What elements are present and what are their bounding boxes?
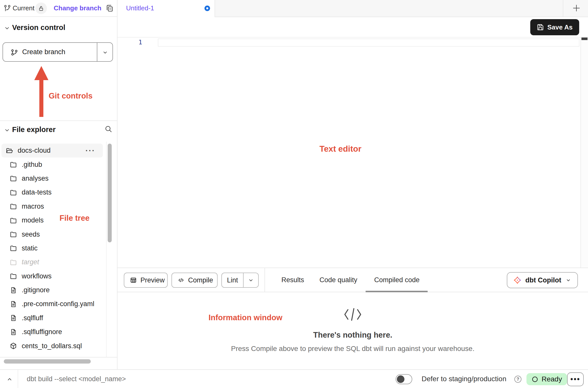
status-circle-icon	[532, 376, 538, 383]
tab-results[interactable]: Results	[281, 268, 303, 292]
search-icon[interactable]	[105, 125, 112, 133]
line-number: 1	[128, 39, 142, 46]
compile-button[interactable]: Compile	[171, 273, 218, 288]
folder-icon	[10, 217, 17, 224]
version-control-title: Version control	[12, 23, 65, 32]
command-input[interactable]	[27, 370, 168, 388]
annotation-file-tree: File tree	[60, 214, 90, 223]
sidebar: Current Change branch Version control Cr…	[0, 0, 117, 369]
tree-item-docs-cloud[interactable]: docs-cloud···	[2, 144, 103, 157]
annotation-git-controls: Git controls	[49, 91, 93, 101]
more-options-button[interactable]: •••	[567, 372, 584, 386]
file-explorer-collapse-icon[interactable]	[4, 127, 10, 133]
tree-item-label: .sqlfluffignore	[22, 328, 62, 336]
tree-item-label: analyses	[22, 175, 49, 182]
tree-item-macros[interactable]: macros	[0, 200, 106, 213]
unsaved-changes-dot	[204, 6, 210, 11]
create-branch-dropdown-icon[interactable]	[102, 49, 108, 56]
defer-label: Defer to staging/production	[422, 370, 506, 388]
tree-item-seeds[interactable]: seeds	[0, 227, 106, 241]
tree-item-data-tests[interactable]: data-tests	[0, 185, 106, 199]
version-control-collapse-icon[interactable]	[4, 25, 10, 31]
tree-item-static[interactable]: static	[0, 241, 106, 255]
tree-item-pre-commit-config-yaml[interactable]: .pre-commit-config.yaml	[0, 297, 106, 311]
tree-item-analyses[interactable]: analyses	[0, 172, 106, 185]
dbt-ide-app: Current Change branch Version control Cr…	[0, 0, 588, 388]
dbt-copilot-button[interactable]: dbt Copilot	[507, 272, 578, 288]
git-branch-icon	[4, 4, 11, 12]
editor-scrollbar-thumb[interactable]	[581, 38, 587, 40]
folder-icon	[10, 175, 17, 182]
code-empty-state-icon	[117, 307, 588, 322]
tree-item-target[interactable]: target	[0, 255, 106, 269]
text-editor[interactable]: 1 Text editor	[117, 38, 588, 268]
create-branch-label: Create branch	[22, 43, 65, 61]
command-bar: Command line Defer to staging/production…	[0, 369, 588, 388]
tree-item-models[interactable]: models	[0, 213, 106, 227]
preview-button[interactable]: Preview	[124, 273, 168, 288]
tree-item-label: target	[22, 258, 39, 266]
file-tree: docs-cloud···.githubanalysesdata-testsma…	[0, 144, 106, 353]
file-tree-horizontal-scrollbar[interactable]	[4, 359, 91, 364]
tree-item-label: .gitignore	[22, 286, 50, 294]
table-icon	[130, 277, 137, 284]
folder-icon	[10, 231, 17, 238]
compile-label: Compile	[188, 276, 213, 284]
model-icon	[10, 342, 17, 350]
tab-untitled-1[interactable]: Untitled-1	[117, 0, 215, 17]
folder-icon	[10, 272, 17, 280]
create-branch-button[interactable]: Create branch	[3, 42, 113, 62]
folder-icon	[10, 244, 17, 252]
tree-item-workflows[interactable]: workflows	[0, 269, 106, 283]
annotation-information-window: Information window	[209, 313, 282, 322]
status-badge: Ready	[526, 373, 567, 385]
tree-item-label: workflows	[22, 272, 52, 280]
lint-dropdown-icon[interactable]	[244, 273, 258, 287]
tree-item-gitignore[interactable]: .gitignore	[0, 283, 106, 297]
editor-scrollbar-track	[580, 38, 588, 268]
tree-item-cents-to-dollars-sql[interactable]: cents_to_dollars.sql	[0, 339, 106, 353]
save-icon	[537, 24, 544, 31]
new-tab-button[interactable]	[572, 4, 581, 13]
editor-active-line[interactable]	[158, 39, 579, 47]
editor-tab-bar: Untitled-1	[117, 0, 588, 17]
tree-item-label: docs-cloud	[18, 147, 51, 154]
tree-item-github[interactable]: .github	[0, 157, 106, 171]
tree-item-label: models	[22, 216, 44, 224]
lint-button[interactable]: Lint	[222, 273, 244, 287]
change-branch-link[interactable]: Change branch	[54, 0, 101, 16]
branch-lock-icon	[35, 3, 47, 14]
lint-split-button: Lint	[221, 273, 259, 288]
tree-item-sqlfluff[interactable]: .sqlfluff	[0, 311, 106, 325]
file-tree-bottom-border	[0, 357, 117, 358]
create-branch-split-divider	[97, 43, 97, 61]
tree-item-label: macros	[22, 203, 44, 210]
information-panel: Preview Compile Lint Results Code qualit…	[117, 268, 588, 369]
defer-toggle[interactable]	[396, 374, 412, 384]
annotation-text-editor: Text editor	[319, 144, 361, 154]
tab-compiled-code[interactable]: Compiled code	[374, 268, 420, 292]
more-menu-icon[interactable]: ···	[85, 144, 95, 157]
panel-toolbar: Preview Compile Lint Results Code qualit…	[117, 268, 588, 292]
tab-code-quality[interactable]: Code quality	[319, 268, 358, 292]
create-branch-icon	[11, 49, 18, 56]
empty-state-title: There's nothing here.	[117, 331, 588, 340]
command-bar-divider	[18, 370, 18, 388]
status-label: Ready	[542, 375, 562, 383]
folder-open-icon	[6, 147, 13, 154]
git-controls-arrow-stem	[39, 79, 43, 117]
chevron-up-icon[interactable]	[6, 376, 13, 383]
save-as-button[interactable]: Save As	[530, 19, 579, 35]
file-tree-scrollbar-thumb[interactable]	[108, 144, 112, 242]
dbt-copilot-label: dbt Copilot	[525, 276, 561, 284]
help-icon[interactable]: ?	[514, 376, 521, 383]
dbt-logo-icon	[513, 276, 521, 284]
tab-label: Untitled-1	[126, 0, 154, 16]
tree-item-label: cents_to_dollars.sql	[22, 342, 82, 350]
tree-item-sqlfluffignore[interactable]: .sqlfluffignore	[0, 325, 106, 339]
file-explorer-divider	[0, 120, 117, 121]
copy-branch-icon[interactable]	[105, 4, 113, 12]
file-icon	[10, 328, 17, 336]
current-branch-label: Current	[13, 0, 35, 16]
tree-item-label: seeds	[22, 231, 40, 238]
